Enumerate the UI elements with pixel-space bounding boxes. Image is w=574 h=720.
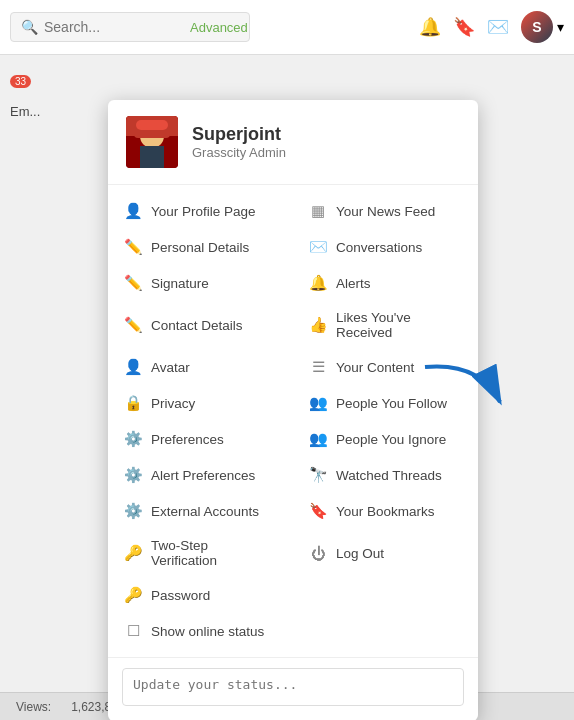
- password-icon: 🔑: [124, 586, 142, 604]
- menu-label-bookmarks: Your Bookmarks: [336, 504, 435, 519]
- menu-label-likes: Likes You've Received: [336, 310, 462, 340]
- menu-item-conversations[interactable]: ✉️ Conversations: [293, 229, 478, 265]
- menu-item-avatar[interactable]: 👤 Avatar: [108, 349, 293, 385]
- menu-label-privacy: Privacy: [151, 396, 195, 411]
- menu-item-signature[interactable]: ✏️ Signature: [108, 265, 293, 301]
- menu-item-two-step[interactable]: 🔑 Two-Step Verification: [108, 529, 293, 577]
- search-bar[interactable]: 🔍 Advanced: [10, 12, 250, 42]
- signature-icon: ✏️: [124, 274, 142, 292]
- people-ignore-icon: 👥: [309, 430, 327, 448]
- user-role: Grasscity Admin: [192, 145, 286, 160]
- views-label: Views:: [16, 700, 51, 714]
- menu-label-your-content: Your Content: [336, 360, 414, 375]
- people-follow-icon: 👥: [309, 394, 327, 412]
- notification-badge: 33: [10, 75, 31, 88]
- menu-label-profile: Your Profile Page: [151, 204, 256, 219]
- person-icon: 👤: [124, 202, 142, 220]
- menu-label-newsfeed: Your News Feed: [336, 204, 435, 219]
- menu-item-likes[interactable]: 👍 Likes You've Received: [293, 301, 478, 349]
- avatar: S: [521, 11, 553, 43]
- svg-rect-5: [136, 120, 168, 130]
- user-avatar-header[interactable]: S ▾: [521, 11, 564, 43]
- gear-icon: ⚙️: [124, 430, 142, 448]
- user-name: Superjoint: [192, 124, 286, 145]
- dropdown-arrow-icon: ▾: [557, 19, 564, 35]
- message-icon: ✉️: [309, 238, 327, 256]
- menu-label-avatar: Avatar: [151, 360, 190, 375]
- bookmarks-icon[interactable]: 🔖: [453, 16, 475, 38]
- binoculars-icon: 🔭: [309, 466, 327, 484]
- menu-item-empty2: [293, 613, 478, 649]
- menu-label-alerts: Alerts: [336, 276, 371, 291]
- dropdown-user-header: Superjoint Grasscity Admin: [108, 100, 478, 185]
- menu-item-alerts[interactable]: 🔔 Alerts: [293, 265, 478, 301]
- menu-label-online-status: Show online status: [151, 624, 264, 639]
- menu-item-external-accounts[interactable]: ⚙️ External Accounts: [108, 493, 293, 529]
- menu-label-conversations: Conversations: [336, 240, 422, 255]
- menu-item-people-ignore[interactable]: 👥 People You Ignore: [293, 421, 478, 457]
- menu-label-personal-details: Personal Details: [151, 240, 249, 255]
- menu-item-watched-threads[interactable]: 🔭 Watched Threads: [293, 457, 478, 493]
- thumb-icon: 👍: [309, 316, 327, 334]
- menu-label-people-ignore: People You Ignore: [336, 432, 446, 447]
- external-icon: ⚙️: [124, 502, 142, 520]
- search-icon: 🔍: [21, 19, 38, 35]
- menu-label-external-accounts: External Accounts: [151, 504, 259, 519]
- search-input[interactable]: [44, 19, 184, 35]
- page-header: 🔍 Advanced 🔔 🔖 ✉️ S ▾: [0, 0, 574, 55]
- checkbox-icon: ☐: [124, 622, 142, 640]
- messages-icon[interactable]: ✉️: [487, 16, 509, 38]
- menu-label-preferences: Preferences: [151, 432, 224, 447]
- lock-icon: 🔒: [124, 394, 142, 412]
- menu-item-bookmarks[interactable]: 🔖 Your Bookmarks: [293, 493, 478, 529]
- menu-label-watched-threads: Watched Threads: [336, 468, 442, 483]
- menu-label-password: Password: [151, 588, 210, 603]
- menu-item-password[interactable]: 🔑 Password: [108, 577, 293, 613]
- user-info: Superjoint Grasscity Admin: [192, 124, 286, 160]
- sidebar-item: 33: [0, 65, 100, 96]
- news-icon: ▦: [309, 202, 327, 220]
- notifications-icon[interactable]: 🔔: [419, 16, 441, 38]
- avatar-icon: 👤: [124, 358, 142, 376]
- menu-item-preferences[interactable]: ⚙️ Preferences: [108, 421, 293, 457]
- menu-item-profile[interactable]: 👤 Your Profile Page: [108, 193, 293, 229]
- advanced-search-link[interactable]: Advanced: [190, 20, 248, 35]
- menu-label-two-step: Two-Step Verification: [151, 538, 277, 568]
- alert-pref-icon: ⚙️: [124, 466, 142, 484]
- bell-icon: 🔔: [309, 274, 327, 292]
- status-input-wrap: [108, 657, 478, 720]
- avatar-image: [126, 116, 178, 168]
- power-icon: ⏻: [309, 545, 327, 562]
- svg-rect-3: [140, 146, 164, 168]
- menu-item-logout[interactable]: ⏻ Log Out: [293, 529, 478, 577]
- arrow-pointer: [420, 357, 520, 417]
- menu-item-contact-details[interactable]: ✏️ Contact Details: [108, 301, 293, 349]
- user-avatar-large: [126, 116, 178, 168]
- menu-item-privacy[interactable]: 🔒 Privacy: [108, 385, 293, 421]
- header-icons: 🔔 🔖 ✉️ S ▾: [419, 11, 564, 43]
- menu-label-logout: Log Out: [336, 546, 384, 561]
- status-input[interactable]: [122, 668, 464, 706]
- two-step-icon: 🔑: [124, 544, 142, 562]
- menu-item-personal-details[interactable]: ✏️ Personal Details: [108, 229, 293, 265]
- menu-label-contact-details: Contact Details: [151, 318, 243, 333]
- menu-item-alert-preferences[interactable]: ⚙️ Alert Preferences: [108, 457, 293, 493]
- menu-grid: 👤 Your Profile Page ▦ Your News Feed ✏️ …: [108, 185, 478, 657]
- menu-label-signature: Signature: [151, 276, 209, 291]
- list-icon: ☰: [309, 358, 327, 376]
- avatar-svg: [126, 116, 178, 168]
- sidebar-item-em: Em...: [0, 96, 100, 127]
- menu-item-empty: [293, 577, 478, 613]
- menu-label-alert-preferences: Alert Preferences: [151, 468, 255, 483]
- bookmark-icon: 🔖: [309, 502, 327, 520]
- menu-item-newsfeed[interactable]: ▦ Your News Feed: [293, 193, 478, 229]
- edit-icon: ✏️: [124, 238, 142, 256]
- menu-item-online-status[interactable]: ☐ Show online status: [108, 613, 293, 649]
- contact-icon: ✏️: [124, 316, 142, 334]
